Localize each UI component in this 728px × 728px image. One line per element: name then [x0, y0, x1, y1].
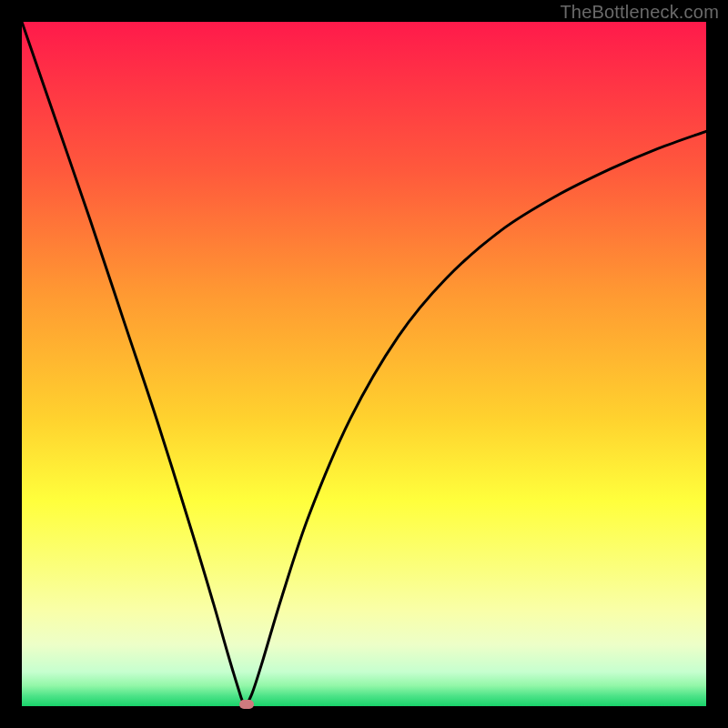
optimal-point-marker — [239, 700, 254, 709]
curve-svg — [22, 22, 706, 706]
plot-area — [22, 22, 706, 706]
bottleneck-curve — [22, 22, 706, 704]
watermark-text: TheBottleneck.com — [560, 2, 719, 23]
chart-frame: TheBottleneck.com — [0, 0, 728, 728]
